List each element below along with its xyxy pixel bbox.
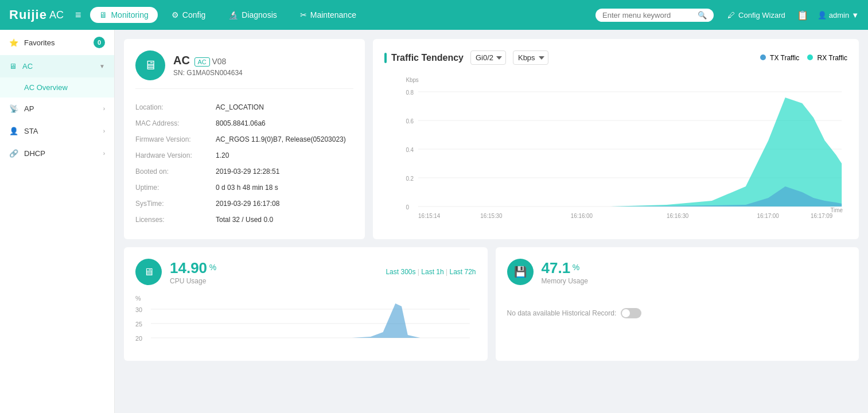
admin-chevron-icon: ▼ [851, 11, 859, 20]
hw-label: Hardware Version: [135, 147, 216, 163]
notifications-icon[interactable]: 📋 [797, 10, 808, 21]
legend-rx: RX Traffic [807, 54, 847, 62]
ac-info-card: 🖥 AC AC V08 SN: G1MA0SN004634 Location: … [124, 39, 365, 239]
nav-maintenance-button[interactable]: ✂ Maintenance [291, 7, 365, 23]
cpu-last-300s[interactable]: Last 300s [386, 268, 421, 276]
memory-card: 💾 47.1 % Memory Usage No data available … [496, 247, 859, 361]
historical-record-row: No data available Historical Record: [507, 308, 848, 318]
sta-chevron-icon: › [103, 128, 105, 134]
info-row-booted: Booted on: 2019-03-29 12:28:51 [135, 163, 353, 180]
legend-tx: TX Traffic [760, 54, 799, 62]
cpu-icon: 🖥 [135, 259, 162, 285]
mac-value: 8005.8841.06a6 [216, 115, 353, 131]
time-label: Time [830, 207, 843, 213]
nav-monitoring-button[interactable]: 🖥 Monitoring [90, 7, 157, 23]
wizard-icon: 🖊 [727, 11, 735, 20]
cpu-area [151, 303, 470, 338]
memory-header: 💾 47.1 % Memory Usage [507, 259, 848, 285]
systime-label: SysTime: [135, 196, 216, 212]
mac-label: MAC Address: [135, 115, 216, 131]
tx-legend-dot [760, 54, 766, 60]
favorites-icon: ⭐ [9, 38, 18, 47]
sidebar: ⭐ Favorites 0 🖥 AC ▼ AC Overview 📡 AP › … [0, 30, 115, 413]
ac-sn: SN: G1MA0SN004634 [173, 69, 243, 77]
location-label: Location: [135, 99, 216, 115]
info-row-uptime: Uptime: 0 d 03 h 48 min 18 s [135, 180, 353, 196]
uptime-value: 0 d 03 h 48 min 18 s [216, 180, 353, 196]
traffic-svg: Kbps 0.8 0.6 0.4 0.2 0 [384, 72, 847, 227]
ac-model-tag: AC [194, 57, 210, 67]
search-icon: 🔍 [698, 11, 707, 20]
fw-label: Firmware Version: [135, 131, 216, 147]
cpu-label: CPU Usage [170, 277, 216, 285]
sidebar-item-favorites[interactable]: ⭐ Favorites 0 [0, 30, 114, 55]
logo: Ruijie AC [9, 7, 64, 22]
unit-select[interactable]: Kbps Mbps Bps [513, 50, 548, 65]
cpu-card: 🖥 14.90 % CPU Usage Last 300s Last 1h La… [124, 247, 488, 361]
logo-text: Ruijie [9, 7, 47, 22]
sidebar-item-sta[interactable]: 👤 STA › [0, 120, 114, 142]
cpu-percent: 14.90 [170, 259, 207, 276]
x-label-4: 16:16:30 [667, 213, 689, 219]
maintenance-icon: ✂ [300, 10, 307, 20]
favorites-badge: 0 [94, 37, 105, 48]
uptime-label: Uptime: [135, 180, 216, 196]
rx-area [418, 98, 842, 206]
info-row-licenses: Licenses: Total 32 / Used 0.0 [135, 212, 353, 228]
licenses-label: Licenses: [135, 212, 216, 228]
admin-button[interactable]: 👤 admin ▼ [818, 11, 859, 20]
cpu-y-label: % [135, 295, 141, 302]
sidebar-item-ac[interactable]: 🖥 AC ▼ [0, 55, 114, 77]
top-row: 🖥 AC AC V08 SN: G1MA0SN004634 Location: … [124, 39, 859, 239]
y-08: 0.8 [406, 89, 414, 96]
dhcp-icon: 🔗 [9, 149, 18, 158]
cpu-y-30: 30 [135, 307, 142, 313]
cpu-stats: 14.90 % CPU Usage [170, 259, 216, 285]
x-label-5: 16:17:00 [757, 213, 780, 219]
cpu-last-1h[interactable]: Last 1h [421, 268, 449, 276]
cpu-time-links: Last 300s Last 1h Last 72h [386, 268, 476, 276]
systime-value: 2019-03-29 16:17:08 [216, 196, 353, 212]
nav-diagnosis-button[interactable]: 🔬 Diagnosis [219, 7, 286, 23]
ap-chevron-icon: › [103, 106, 105, 112]
config-wizard-button[interactable]: 🖊 Config Wizard [727, 11, 785, 20]
sidebar-item-dhcp[interactable]: 🔗 DHCP › [0, 142, 114, 165]
user-icon: 👤 [818, 11, 827, 20]
cpu-unit: % [209, 262, 216, 271]
hw-value: 1.20 [216, 147, 353, 163]
cpu-last-72h[interactable]: Last 72h [449, 268, 476, 276]
memory-icon: 💾 [507, 259, 534, 285]
sidebar-item-ap[interactable]: 📡 AP › [0, 98, 114, 120]
traffic-chart: Kbps 0.8 0.6 0.4 0.2 0 [384, 72, 847, 227]
sta-icon: 👤 [9, 127, 18, 135]
no-data-label: No data available Historical Record: [507, 309, 617, 317]
booted-value: 2019-03-29 12:28:51 [216, 163, 353, 180]
config-icon: ⚙ [172, 10, 179, 20]
historical-record-toggle[interactable] [621, 308, 641, 318]
x-label-6: 16:17:09 [811, 213, 833, 219]
nav-config-button[interactable]: ⚙ Config [162, 7, 215, 23]
location-value: AC_LOCATION [216, 99, 353, 115]
memory-stats: 47.1 % Memory Usage [542, 259, 588, 285]
cpu-percent-block: 14.90 % [170, 259, 216, 277]
sidebar-item-ac-overview[interactable]: AC Overview [0, 77, 114, 98]
y-06: 0.6 [406, 118, 414, 124]
traffic-legend: TX Traffic RX Traffic [760, 54, 847, 62]
x-label-2: 16:15:30 [480, 213, 503, 219]
ac-model: V08 [212, 57, 226, 66]
search-input[interactable] [602, 11, 694, 20]
nav-collapse-button[interactable]: ≡ [75, 9, 81, 21]
interface-select[interactable]: Gi0/2 Gi0/1 Gi0/0 [470, 50, 506, 65]
info-row-firmware: Firmware Version: AC_RGOS 11.9(0)B7, Rel… [135, 131, 353, 147]
logo-ac: AC [49, 9, 64, 21]
x-label-3: 16:16:00 [571, 213, 593, 219]
ac-device-name: AC AC V08 [173, 54, 243, 67]
y-04: 0.4 [406, 147, 414, 153]
ac-info-table: Location: AC_LOCATION MAC Address: 8005.… [135, 99, 353, 228]
info-row-systime: SysTime: 2019-03-29 16:17:08 [135, 196, 353, 212]
ac-icon: 🖥 [9, 62, 17, 71]
monitoring-icon: 🖥 [99, 10, 107, 20]
info-row-mac: MAC Address: 8005.8841.06a6 [135, 115, 353, 131]
traffic-header: Traffic Tendency Gi0/2 Gi0/1 Gi0/0 Kbps … [384, 50, 847, 65]
fw-value: AC_RGOS 11.9(0)B7, Release(05203023) [216, 131, 353, 147]
